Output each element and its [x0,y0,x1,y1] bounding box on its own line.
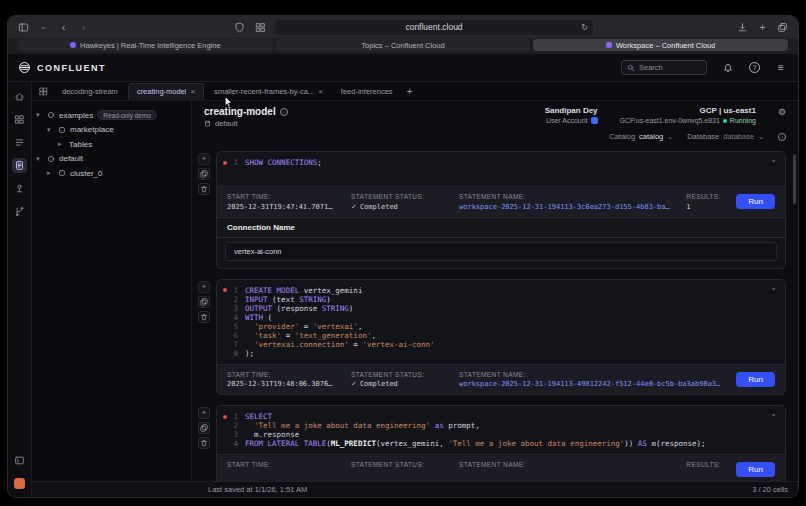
catalog-dropdown[interactable]: Catalog catalog ⌄ [609,132,673,141]
resource-tree: ▾ examples Read-only demo ▾ marketplace … [32,101,192,481]
forward-icon[interactable]: › [77,21,90,34]
delete-cell-button[interactable] [198,437,210,449]
add-cell-button[interactable]: + [198,281,210,293]
copy-cell-button[interactable] [198,168,210,180]
code-token: ; [317,158,322,167]
last-saved-text: Last saved at 1/1/26, 1:51 AM [208,485,307,494]
results-col: RESULTS:1 [686,193,720,211]
run-button[interactable]: Run [736,462,775,477]
environment-block: GCP | us-east1 GCP.us-east1.env-0wnvq5.e… [620,106,756,124]
chevron-down-icon[interactable]: ▾ [47,126,54,134]
code-line: 2 'Tell me a joke about data engineering… [223,421,769,430]
statement-dot [223,433,227,437]
info-icon[interactable]: i [778,133,786,141]
start-time-col: START TIME:2025-12-31T19:47:41.707149Z [227,193,335,211]
workspace-icon[interactable] [12,158,27,173]
collapse-cell-icon[interactable]: ⌄ [770,409,777,418]
sidebar-toggle-icon[interactable] [17,21,30,34]
statement-name-link[interactable]: workspace-2025-12-31-194113-49812242-f51… [459,380,720,388]
collapse-cell-icon[interactable]: ⌄ [770,155,777,164]
reload-icon[interactable]: ↻ [581,23,588,32]
code-line: 7 'vertexai.connection' = 'vertex-ai-con… [223,340,769,349]
tab-feed-inferences[interactable]: feed-inferences [333,83,401,100]
database-dropdown[interactable]: Database database ⌄ [687,132,764,141]
tab-decoding-stream[interactable]: decoding-stream [54,83,126,100]
main-panel: creating-model i default Sand [192,101,798,481]
back-icon[interactable]: ‹ [57,21,70,34]
environment-id: GCP.us-east1.env-0wnvq5.e831 [620,117,720,124]
add-cell-button[interactable]: + [198,153,210,165]
tree-item-default[interactable]: ▾ default [36,152,187,167]
environments-icon[interactable] [12,112,27,127]
home-icon[interactable] [12,89,27,104]
sql-editor[interactable]: 1SHOW CONNECTIONS; [217,152,785,186]
line-number: 7 [230,340,238,349]
menu-icon[interactable]: ≡ [774,61,788,75]
delete-cell-button[interactable] [198,183,210,195]
new-workspace-tab-button[interactable]: + [403,86,417,97]
run-button[interactable]: Run [736,372,775,387]
statement-dot [223,288,227,292]
connect-icon[interactable] [12,181,27,196]
close-icon[interactable]: × [318,87,323,96]
tree-item-cluster-0[interactable]: ▸ cluster_0 [36,166,187,181]
code-token: ) [326,295,331,304]
code-text: 'vertexai.connection' = 'vertex-ai-conn' [245,340,435,349]
stream-lineage-icon[interactable] [12,204,27,219]
statement-status-col: STATEMENT STATUS: [351,461,443,479]
sql-editor[interactable]: 1SELECT2 'Tell me a joke about data engi… [217,406,785,454]
search-input[interactable] [639,63,701,72]
search-box[interactable] [621,60,707,75]
add-cell-button[interactable]: + [198,407,210,419]
tree-item-marketplace[interactable]: ▾ marketplace [36,123,187,138]
statement-dot [223,161,227,165]
cells-overview-icon[interactable] [37,85,50,98]
code-token: 'text_generation' [295,331,372,340]
code-line: 3 m.response [223,430,769,439]
notebook-cell: +⌄1SHOW CONNECTIONS;START TIME:2025-12-3… [198,151,786,269]
help-icon[interactable]: ? [749,62,760,73]
confluent-logo-icon[interactable] [18,61,31,74]
shield-icon[interactable] [233,21,246,34]
notebook-scrollbar[interactable] [793,154,796,204]
browser-tab-topics[interactable]: Topics – Confluent Cloud [276,39,531,51]
delete-cell-button[interactable] [198,311,210,323]
code-token: , [371,331,376,340]
chevron-right-icon[interactable]: ▸ [47,169,54,177]
browser-window: ⌄ ‹ › confluent.cloud ↻ + Hawkeyes | Rea [8,16,798,497]
notifications-icon[interactable] [721,61,735,75]
tab-label: feed-inferences [341,87,393,96]
chevron-down-icon[interactable]: ▾ [36,111,43,119]
profile-icon[interactable] [12,476,27,491]
run-button[interactable]: Run [736,194,775,209]
code-line: 1SHOW CONNECTIONS; [223,158,769,167]
code-token: STRING [322,304,349,313]
close-icon[interactable]: × [190,87,195,96]
settings-gear-icon[interactable]: ⚙ [778,107,786,117]
start-time-col: START TIME: [227,461,335,479]
tab-overview-icon[interactable] [776,21,789,34]
new-tab-icon[interactable]: + [756,21,769,34]
browser-tab-workspace[interactable]: Workspace – Confluent Cloud [533,39,788,51]
tab-creating-model[interactable]: creating-model × [128,83,204,100]
sql-editor[interactable]: 1CREATE MODEL vertex_gemini2INPUT (text … [217,280,785,364]
tree-label: Tables [69,140,92,149]
copy-cell-button[interactable] [198,296,210,308]
terminal-icon[interactable] [12,453,27,468]
info-icon[interactable]: i [280,108,288,116]
tree-item-tables[interactable]: ▸ Tables [36,137,187,152]
line-number: 1 [230,412,238,421]
copy-cell-button[interactable] [198,422,210,434]
browser-tab-hawkeyes[interactable]: Hawkeyes | Real-Time Intelligence Engine [18,39,273,51]
collapse-cell-icon[interactable]: ⌄ [770,283,777,292]
downloads-icon[interactable] [736,21,749,34]
chevron-down-icon[interactable]: ⌄ [37,21,50,34]
address-bar[interactable]: confluent.cloud ↻ [275,20,593,35]
extensions-icon[interactable] [254,21,267,34]
topics-icon[interactable] [12,135,27,150]
chevron-down-icon[interactable]: ▾ [36,155,43,163]
statement-name-link[interactable]: workspace-2025-12-31-194113-3c6ea273-d15… [459,203,670,211]
chevron-right-icon[interactable]: ▸ [58,140,65,148]
tree-item-examples[interactable]: ▾ examples Read-only demo [36,108,187,123]
statement-name-col: STATEMENT NAME:workspace-2025-12-31-1941… [459,371,720,389]
